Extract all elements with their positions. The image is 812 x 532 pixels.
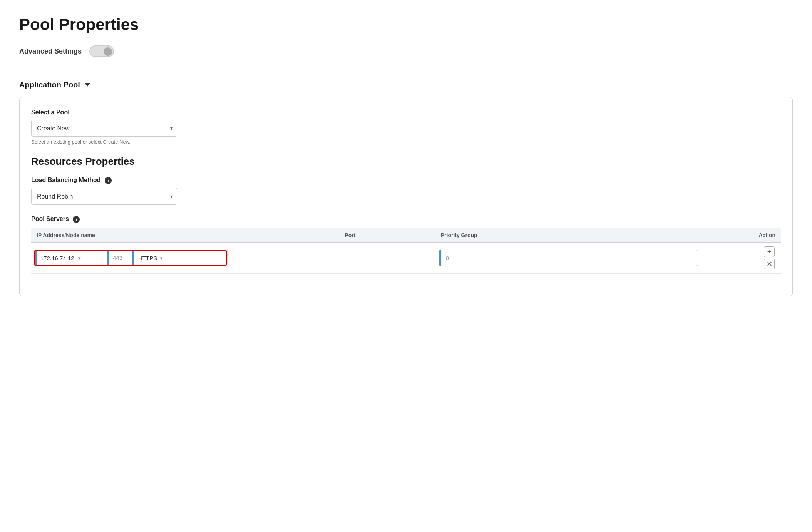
select-pool-label: Select a Pool (31, 109, 781, 116)
priority-input[interactable] (441, 253, 698, 264)
pool-servers-label: Pool Servers i (31, 216, 781, 223)
select-pool-group: Select a Pool Create New Pool 1 Pool 2 ▾… (31, 109, 781, 145)
port-value: 443 (113, 254, 122, 261)
protocol-chevron-icon[interactable]: ▾ (160, 255, 163, 261)
application-pool-title: Application Pool (19, 80, 80, 89)
application-pool-header: Application Pool (19, 80, 793, 89)
remove-row-button[interactable]: ✕ (764, 259, 775, 269)
port-field: 443 (109, 254, 132, 261)
ip-chevron-icon[interactable]: ▾ (78, 255, 81, 261)
pool-servers-table: IP Address/Node name Port Priority Group… (31, 228, 781, 274)
protocol-field: HTTPS ▾ (134, 255, 167, 261)
pool-servers-info-icon[interactable]: i (73, 216, 80, 223)
pool-panel: Select a Pool Create New Pool 1 Pool 2 ▾… (19, 97, 793, 296)
page-title: Pool Properties (19, 15, 793, 34)
table-header: IP Address/Node name Port Priority Group… (31, 228, 781, 243)
action-cell: + ✕ (701, 243, 781, 274)
select-pool-dropdown[interactable]: Create New Pool 1 Pool 2 (31, 120, 177, 137)
advanced-settings-row: Advanced Settings (19, 45, 793, 57)
resources-properties-title: Resources Properties (31, 156, 781, 167)
table-row: 172.16.74.12 ▾ 443 (31, 243, 781, 274)
col-header-priority: Priority Group (435, 228, 701, 243)
action-buttons: + ✕ (704, 246, 778, 269)
ip-port-cell: 172.16.74.12 ▾ 443 (31, 243, 435, 274)
protocol-value: HTTPS (138, 255, 157, 261)
section-divider (19, 71, 793, 71)
advanced-settings-label: Advanced Settings (19, 47, 82, 55)
advanced-settings-toggle[interactable] (89, 45, 114, 57)
load-balancing-dropdown[interactable]: Round Robin Least Connections IP Hash We… (31, 188, 177, 205)
load-balancing-wrapper: Round Robin Least Connections IP Hash We… (31, 188, 177, 205)
pool-servers-group: Pool Servers i IP Address/Node name Port… (31, 216, 781, 274)
application-pool-chevron-icon[interactable] (85, 83, 90, 87)
load-balancing-info-icon[interactable]: i (105, 177, 112, 184)
add-row-button[interactable]: + (764, 246, 775, 257)
col-header-port: Port (339, 228, 435, 243)
ip-value: 172.16.74.12 (40, 255, 74, 261)
load-balancing-label: Load Balancing Method i (31, 177, 781, 184)
load-balancing-group: Load Balancing Method i Round Robin Leas… (31, 177, 781, 205)
select-pool-wrapper: Create New Pool 1 Pool 2 ▾ (31, 120, 177, 137)
priority-cell (435, 243, 701, 274)
ip-field: 172.16.74.12 ▾ (37, 255, 107, 261)
col-header-action: Action (701, 228, 781, 243)
col-header-ip: IP Address/Node name (31, 228, 339, 243)
select-pool-hint: Select an existing pool or select Create… (31, 139, 781, 145)
